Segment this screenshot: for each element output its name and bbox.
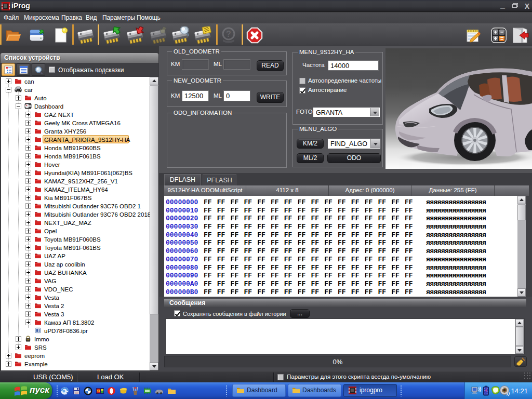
svg-text:?: ? — [226, 30, 231, 38]
svg-text:Я: Я — [97, 389, 100, 393]
